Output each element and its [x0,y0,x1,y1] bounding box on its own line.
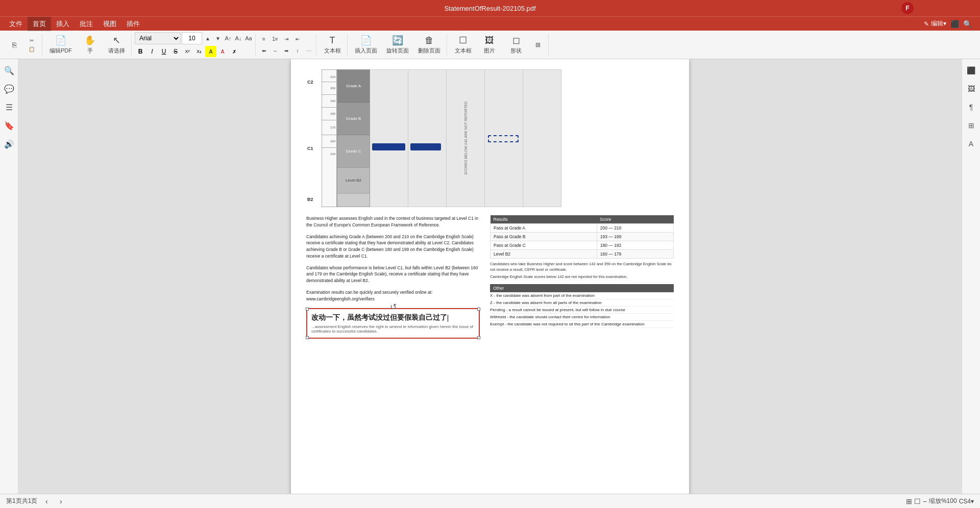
other-item-x: X - the candidate was absent from part o… [490,292,674,299]
audio-tool[interactable]: 🔊 [2,137,16,151]
list-tool[interactable]: ☰ [2,100,16,114]
arrange-btn[interactable]: ⊞ [530,37,546,53]
right-panel: ⬛ 🖼 ¶ ⊞ A [962,59,980,494]
rotate-page-icon: 🔄 [392,35,403,46]
delete-page-btn[interactable]: 🗑 删除页面 [414,34,445,56]
align-right-btn[interactable]: ➡ [281,45,291,56]
tick-160: 160 [322,135,336,147]
object-group: ☐ 文本框 🖼 图片 ◻ 形状 ⊞ [448,34,549,56]
align-center-btn[interactable]: ↔ [270,45,280,56]
handle-tr[interactable] [477,308,480,311]
menu-view[interactable]: 视图 [98,17,121,31]
line-spacing-btn[interactable]: ↕ [292,45,303,56]
scores-below-text: SCORES BELOW 142 ARE NOT REPORTED [464,101,468,175]
menu-plugin[interactable]: 插件 [121,17,145,31]
font-size-down-btn[interactable]: ▼ [213,34,223,43]
pdf-page: C2 C1 B2 210 200 190 180 170 160 150 [291,59,689,494]
fit-page-btn[interactable]: ⊞ [906,497,912,505]
strikethrough-btn[interactable]: S [170,46,181,57]
textbox-btn[interactable]: ☐ 文本框 [450,34,476,56]
edit-text-btn[interactable]: T 文本框 [320,34,345,56]
crop-tool[interactable]: ⬛ [964,63,978,78]
comment-tool[interactable]: 💬 [2,82,16,96]
list-ordered-btn[interactable]: 1≡ [270,34,280,44]
font-grow-btn[interactable]: A↑ [224,34,233,43]
edit-text-group: T 文本框 [317,34,348,56]
align-left-btn[interactable]: ⬅ [259,45,269,56]
cut-btn[interactable]: ✂ [23,36,40,44]
prev-page-btn[interactable]: ‹ [41,496,52,506]
paste-btn[interactable]: 📋 [23,45,40,53]
font-size-up-btn[interactable]: ▲ [203,34,212,43]
insert-page-btn[interactable]: 📄 插入页面 [351,34,381,56]
level-labels: C2 C1 B2 [306,69,322,207]
outdent-btn[interactable]: ⇤ [292,34,303,44]
left-panel: 🔍 💬 ☰ 🔖 🔊 [0,59,18,494]
single-page-btn[interactable]: ☐ [914,497,921,505]
rotate-page-btn[interactable]: 🔄 旋转页面 [382,34,413,56]
menu-bar: 文件 首页 插入 批注 视图 插件 ✎ 编辑▾ ⬛ 🔍 [0,16,980,31]
zoom-level: 缩放%100 [929,497,957,505]
rotate-handle[interactable]: ↺ [390,302,397,312]
grade-col: Grade A Grade B Grade C Level B2 [337,69,370,207]
results-note-2: Cambridge English Scale scores below 142… [490,274,674,280]
edit-subtitle: ...assessment English reserves the right… [311,324,475,334]
edit-box[interactable]: ↺ 改动一下，虽然考试没过但要假装自己过了 ...assessment Engl… [306,308,480,339]
select-btn[interactable]: ↖ 请选择 [104,34,129,56]
col-results: Results [491,215,597,224]
font-size-input[interactable] [182,32,202,44]
status-right: ⊞ ☐ − 缩放%100 CS4▾ [906,497,974,505]
hand-btn[interactable]: ✋ 手 [77,34,103,56]
table-tool[interactable]: ⊞ [964,118,978,133]
zoom-out-btn[interactable]: − [923,497,927,505]
edit-pdf-btn[interactable]: 📄 编辑PDF [45,34,76,56]
other-item-exempt: Exempt - the candidate was not required … [490,321,674,328]
score-grade-c: 180 — 192 [597,241,673,250]
bookmark-tool[interactable]: 🔖 [2,118,16,133]
search-icon-top[interactable]: 🔍 [963,20,972,28]
shape-btn[interactable]: ◻ 形状 [503,34,529,56]
font-select[interactable]: Arial [135,32,181,44]
image-right-tool[interactable]: 🖼 [964,82,978,96]
ruler-col: 210 200 190 180 170 160 150 [322,69,337,207]
text-color-btn[interactable]: A [217,46,228,57]
menu-file[interactable]: 文件 [4,17,28,31]
case-btn[interactable]: Aa [244,34,253,43]
font-shrink-btn[interactable]: A↓ [234,34,243,43]
data-col-5 [523,69,561,207]
table-row: Pass at Grade C 180 — 192 [491,241,674,250]
underline-btn[interactable]: U [158,46,169,57]
next-page-btn[interactable]: › [56,496,66,506]
handle-bl[interactable] [306,336,309,339]
menu-insert[interactable]: 插入 [51,17,75,31]
highlight-btn[interactable]: A [205,46,216,57]
results-section: Business Higher assesses English used in… [306,215,674,339]
more-btn[interactable]: ⋯ [304,45,314,56]
grade-a-cell: Grade A [337,70,370,103]
main-toolbar: ⎘ ✂ 📋 📄 编辑PDF ✋ 手 ↖ 请选择 Arial ▲ [0,31,980,59]
superscript-btn[interactable]: X² [182,46,193,57]
image-icon: 🖼 [485,35,494,46]
search-tool[interactable]: 🔍 [2,63,16,78]
copy-btn[interactable]: ⎘ [6,37,22,53]
menu-annotate[interactable]: 批注 [75,17,98,31]
other-header: Other [490,284,674,292]
handle-tl[interactable] [306,308,309,311]
paragraph-tool[interactable]: ¶ [964,100,978,114]
handle-br[interactable] [477,336,480,339]
italic-btn[interactable]: I [146,46,158,57]
indent-btn[interactable]: ⇥ [281,34,291,44]
image-btn[interactable]: 🖼 图片 [477,34,502,56]
bold-btn[interactable]: B [135,46,146,57]
list-unordered-btn[interactable]: ≡ [259,34,269,44]
menu-home[interactable]: 首页 [28,17,51,31]
score-grade-a: 200 — 210 [597,224,673,233]
level-b2: B2 [307,197,321,202]
font-right-tool[interactable]: A [964,137,978,151]
edit-dropdown[interactable]: ✎ 编辑▾ [924,19,946,28]
delete-page-icon: 🗑 [425,35,434,46]
save-icon[interactable]: ⬛ [950,20,959,28]
tick-180: 180 [322,107,336,120]
clear-format-btn[interactable]: ✗ [229,46,240,57]
subscript-btn[interactable]: X₂ [193,46,205,57]
